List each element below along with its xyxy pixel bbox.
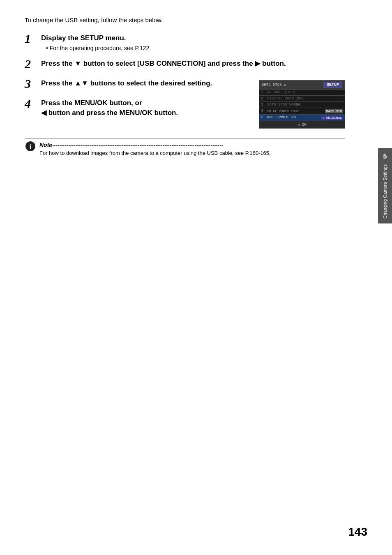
step-4-title: Press the MENU/OK button, or ◀ button an… (41, 98, 251, 118)
step-1-number: 1 (25, 32, 41, 46)
note-title: Note (39, 142, 52, 148)
camera-menu-item-5: 5 USB CONNECTION ◁ ORIGINAL (259, 115, 345, 121)
camera-header-left: SHTG STGS ⚙ (262, 83, 323, 87)
step-3-4-container: 3 Press the ▲▼ buttons to select the des… (25, 78, 345, 129)
step-1-subtitle: • For the operating procedure, see P.122… (46, 45, 345, 51)
camera-header-setup: SETUP (323, 82, 342, 88)
camera-menu-item-4: 4 EN.GE PHOTO TOUR MASS STR (259, 108, 345, 115)
step-4-text2: button and press the MENU/OK button. (48, 109, 178, 117)
camera-footer: ◁ OK (259, 121, 345, 128)
step-2-text1: Press the (41, 60, 73, 67)
side-tab: 5 Changing Camera Settings (378, 148, 392, 223)
step-3-text1: Press the (41, 79, 73, 87)
step-2-title: Press the ▼ button to select [USB CONNEC… (41, 59, 345, 69)
camera-value-4: MASS STR (325, 109, 343, 113)
step-3-content: Press the ▲▼ buttons to select the desir… (41, 78, 251, 88)
step-2-arrow-right: ▶ (255, 60, 262, 67)
step-3-number: 3 (25, 77, 41, 91)
step-4-content: Press the MENU/OK button, or ◀ button an… (41, 98, 251, 118)
camera-value-5: ◁ ORIGINAL (321, 115, 343, 120)
step-2-text2: button to select [USB CONNECTION] and pr… (83, 60, 253, 67)
note-icon: i (25, 140, 36, 152)
note-content: Note------------------------------------… (39, 141, 271, 156)
step-2-number: 2 (25, 57, 41, 71)
step-3-title: Press the ▲▼ buttons to select the desir… (41, 78, 251, 88)
side-tab-text: Changing Camera Settings (382, 164, 388, 219)
note-body: For how to download images from the came… (39, 150, 271, 156)
step-3: 3 Press the ▲▼ buttons to select the des… (25, 78, 251, 91)
step-4-arrow-left: ◀ (41, 109, 48, 117)
svg-text:i: i (30, 143, 32, 150)
step-4-text1: Press the MENU/OK button, or (41, 99, 142, 107)
step-2-text3: button. (262, 60, 286, 67)
step-2-content: Press the ▼ button to select [USB CONNEC… (41, 59, 345, 69)
step-1-content: Display the SETUP menu. • For the operat… (41, 33, 345, 51)
step-3-arrows: ▲▼ (74, 79, 90, 87)
step-2: 2 Press the ▼ button to select [USB CONN… (25, 59, 345, 71)
step-4-number: 4 (25, 97, 41, 111)
step-4: 4 Press the MENU/OK button, or ◀ button … (25, 98, 251, 118)
step-1-title: Display the SETUP menu. (41, 33, 345, 43)
step-2-arrow-down: ▼ (74, 60, 83, 67)
note-section: i Note----------------------------------… (25, 138, 345, 156)
camera-menu-item-1: 1 AF AUX. LIGHT (259, 90, 345, 96)
page-number: 143 (348, 525, 367, 539)
camera-menu-item-2: 2 DIGITAL ZOOM IMG. (259, 96, 345, 102)
step-1: 1 Display the SETUP menu. • For the oper… (25, 33, 345, 51)
camera-menu-item-3: 3 SHTG STGS WARNG. (259, 102, 345, 108)
camera-gear-icon: ⚙ (284, 83, 286, 87)
side-tab-number: 5 (383, 153, 387, 160)
step-3-text2: buttons to select the desired setting. (90, 79, 212, 87)
intro-text: To change the USB setting, follow the st… (25, 16, 345, 23)
camera-screen: SHTG STGS ⚙ SETUP 1 AF AUX. LIGHT 2 DIGI… (259, 80, 345, 129)
step-3-4-text: 3 Press the ▲▼ buttons to select the des… (25, 78, 251, 125)
camera-header: SHTG STGS ⚙ SETUP (259, 81, 345, 90)
note-dashes: ----------------------------------------… (52, 142, 223, 148)
